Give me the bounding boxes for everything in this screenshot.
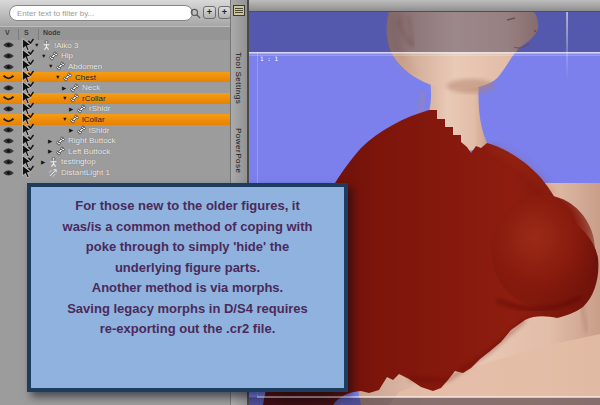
aspect-ratio-label: 1 : 1 <box>260 55 278 62</box>
node-label[interactable]: DistantLight 1 <box>61 168 110 177</box>
expand-arrow-icon[interactable]: ▶ <box>48 136 55 146</box>
expand-arrow-icon[interactable]: ▶ <box>69 104 76 114</box>
filter-input[interactable] <box>9 5 193 21</box>
node-type-icon <box>48 167 59 177</box>
expand-arrow-icon[interactable]: ▶ <box>62 83 69 93</box>
annotation-note-text: For those new to the older figures, itwa… <box>31 196 344 340</box>
tree-row[interactable]: ▼ !Aiko 3 <box>0 40 230 51</box>
tree-row[interactable]: ▶ Neck <box>0 82 230 93</box>
node-type-icon <box>41 40 52 50</box>
tree-row[interactable]: ▼ Abdomen <box>0 61 230 72</box>
note-line: Saving legacy morphs in D/S4 requires <box>31 299 344 320</box>
tree-row[interactable]: ▼ Chest <box>0 72 230 83</box>
node-label[interactable]: rShldr <box>89 104 110 113</box>
col-selection: S <box>24 29 29 36</box>
tree-row[interactable]: ▶ lShldr <box>0 125 230 136</box>
tree-column-header: V S Node <box>0 26 230 41</box>
expand-arrow-icon[interactable]: ▶ <box>48 146 55 156</box>
indent-spacer <box>34 55 41 56</box>
expand-arrow-icon[interactable]: ▼ <box>34 40 41 50</box>
filter-add-button-1[interactable]: + <box>203 6 216 19</box>
tree-row[interactable]: ▶ rShldr <box>0 104 230 115</box>
annotation-note-box: For those new to the older figures, itwa… <box>27 183 348 392</box>
node-type-icon <box>69 114 80 124</box>
side-tab-tool-settings[interactable]: Tool Settings <box>234 52 243 104</box>
expand-arrow-icon[interactable]: ▼ <box>48 61 55 71</box>
node-label[interactable]: rCollar <box>82 94 106 103</box>
node-label[interactable]: Right Buttock <box>68 136 116 145</box>
tree-row[interactable]: ▼ lCollar <box>0 114 230 125</box>
indent-spacer <box>34 130 69 131</box>
node-label[interactable]: Neck <box>82 83 100 92</box>
node-type-icon <box>76 104 87 114</box>
expand-arrow-icon[interactable]: ▼ <box>62 93 69 103</box>
expand-arrow-icon[interactable]: ▶ <box>41 157 48 167</box>
node-type-icon <box>48 157 59 167</box>
node-type-icon <box>69 93 80 103</box>
node-label[interactable]: lCollar <box>82 115 105 124</box>
scene-filter-bar: + + <box>0 0 230 27</box>
node-type-icon <box>55 61 66 71</box>
node-label[interactable]: !Aiko 3 <box>54 41 78 50</box>
indent-spacer <box>34 140 48 141</box>
col-node: Node <box>43 29 61 36</box>
indent-spacer <box>34 87 62 88</box>
indent-spacer <box>34 98 62 99</box>
node-label[interactable]: testingtop <box>61 157 96 166</box>
note-line: was/is a common method of coping with <box>31 217 344 238</box>
indent-spacer <box>34 172 41 173</box>
indent-spacer <box>34 161 41 162</box>
node-type-icon <box>55 136 66 146</box>
side-tab-powerpose[interactable]: PowerPose <box>234 128 243 173</box>
col-visibility: V <box>5 29 10 36</box>
node-type-icon <box>55 146 66 156</box>
indent-spacer <box>34 108 69 109</box>
expand-arrow-icon[interactable]: ▶ <box>69 125 76 135</box>
daz-studio-window: + + V S Node ▼ !Aiko 3 ▼ Hip <box>0 0 600 405</box>
note-line: poke through to simply 'hide' the <box>31 237 344 258</box>
viewport-toolbar <box>249 0 600 12</box>
node-label[interactable]: Hip <box>61 51 73 60</box>
search-icon[interactable] <box>190 8 201 19</box>
node-label[interactable]: Chest <box>75 73 96 82</box>
visibility-eye-icon[interactable] <box>2 167 15 179</box>
tree-row[interactable]: ▼ rCollar <box>0 93 230 104</box>
panel-menu-icon[interactable] <box>233 5 245 16</box>
indent-spacer <box>34 119 62 120</box>
indent-spacer <box>34 77 55 78</box>
node-type-icon <box>76 125 87 135</box>
tree-row[interactable]: ▶ testingtop <box>0 157 230 168</box>
indent-spacer <box>34 66 48 67</box>
expand-arrow-icon[interactable]: ▼ <box>62 114 69 124</box>
node-type-icon <box>62 72 73 82</box>
tree-row[interactable]: ▶ Left Buttock <box>0 146 230 157</box>
expand-arrow-icon[interactable]: ▼ <box>41 51 48 61</box>
node-label[interactable]: Abdomen <box>68 62 102 71</box>
node-label[interactable]: lShldr <box>89 126 109 135</box>
note-line: Another method is via morphs. <box>31 278 344 299</box>
node-type-icon <box>48 51 59 61</box>
note-line: underlying figure parts. <box>31 258 344 279</box>
node-label[interactable]: Left Buttock <box>68 147 110 156</box>
tree-row[interactable]: DistantLight 1 <box>0 167 230 178</box>
expand-arrow-icon[interactable]: ▼ <box>55 72 62 82</box>
tree-rows: ▼ !Aiko 3 ▼ Hip ▼ Abdomen ▼ <box>0 40 230 178</box>
note-line: For those new to the older figures, it <box>31 196 344 217</box>
note-line: re-exporting out the .cr2 file. <box>31 319 344 340</box>
node-type-icon <box>69 83 80 93</box>
tree-row[interactable]: ▶ Right Buttock <box>0 135 230 146</box>
selectable-cursor-icon[interactable] <box>20 165 34 179</box>
tree-row[interactable]: ▼ Hip <box>0 51 230 62</box>
indent-spacer <box>34 151 48 152</box>
